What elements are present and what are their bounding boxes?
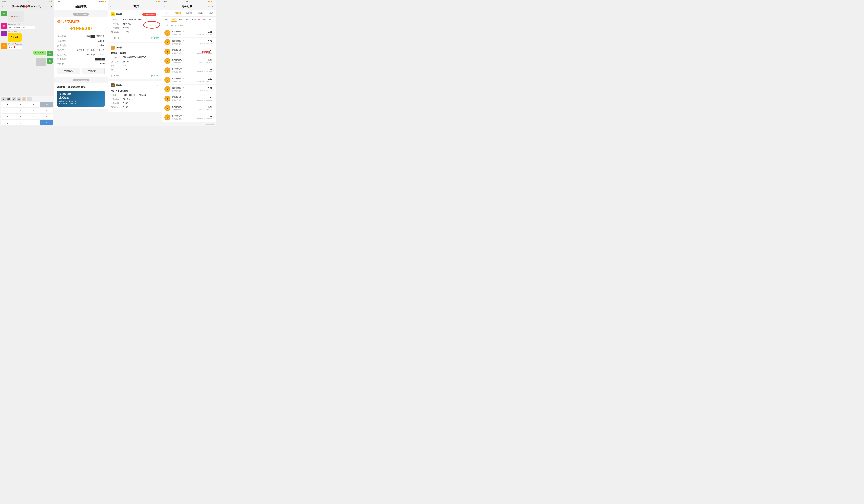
table-row[interactable]: 💰 预结算分红 ? 团队成员订单 0.29 2024-10-27 16:46:1… (162, 75, 216, 84)
notif-badge-1: 🟢 999条新通知 (142, 13, 156, 16)
commission-sub: 团队成员订单 (172, 71, 197, 73)
filter-today[interactable]: 今天 (171, 18, 177, 22)
keyboard-icon[interactable]: ⌨ (7, 97, 11, 101)
coin-icon: 💰 (165, 30, 170, 36)
key-enter[interactable]: ↩ (40, 120, 52, 125)
transaction-amount: +1999.00 (57, 25, 105, 32)
commission-amount: 0.29 (197, 115, 212, 118)
table-row[interactable]: 💰 预结算分红 ? 团队成员订单 0.29 2024-10-27 16:59:3… (162, 56, 216, 65)
table-row[interactable]: 💰 预结算分红 ? 团队成员订单 0.29 2024-10-27 16:35:0… (162, 113, 216, 122)
commission-right: 0.24 2024-10-27 17:12:10 (197, 40, 212, 45)
key-comma[interactable]: , (14, 120, 27, 125)
more-icon-1[interactable]: ··· (50, 5, 52, 8)
filter-30days[interactable]: 30天 (191, 18, 197, 21)
filter-yesterday[interactable]: 昨天 (178, 18, 184, 21)
key-0[interactable]: 0 (27, 120, 40, 125)
list-item: 兰 兰兰+2349545 日进斗金 (1, 31, 52, 41)
msg-content: 是王小姐呀🔥2904238 厉害了🌹 (8, 43, 22, 49)
promo-title: 稳收益，试试金穗银利多 (57, 85, 105, 89)
key-4[interactable]: 4 (14, 108, 27, 113)
tab-pending[interactable]: 待结算 (184, 10, 194, 16)
battery-4: 📶🔋 23 (208, 1, 214, 2)
key-plus[interactable]: + (1, 101, 14, 107)
date-badge-2: 2024.09.19 09:13 (73, 79, 88, 81)
more-icon-notif-3[interactable]: ··· (157, 84, 159, 87)
question-icon: ? (183, 59, 184, 61)
more-icon-4[interactable]: ··· (208, 5, 210, 8)
tab-lost[interactable]: 已流失 (205, 10, 216, 16)
notif-title: 通知 (113, 4, 159, 8)
table-row[interactable]: 💰 预结算分红 ? 团队成员订单 0.31 2024-10-27 16:49:5… (162, 66, 216, 75)
commission-info: 预结算分红 ? 团队成员订单 (172, 105, 197, 111)
input-mode-icon[interactable]: ⊕ (1, 97, 5, 101)
calendar-icon[interactable]: 📅 (198, 19, 200, 21)
commission-sub: 团队成员订单 (172, 52, 197, 55)
chevron-right-icon: › (213, 51, 214, 53)
key-at[interactable]: @ (1, 120, 14, 125)
source-name-1: 发一件 (114, 37, 119, 39)
bank-btn-1[interactable]: 农银快e宝 (57, 68, 80, 74)
msg-content: 媛媛978663@允叱发一件 媛媛978663@允叱发一件 (8, 23, 36, 29)
tab-settled[interactable]: 已结算 (194, 10, 205, 16)
commission-amount: 0.24 (197, 40, 212, 43)
filter-dividend[interactable]: 分红 (208, 18, 214, 21)
table-row[interactable]: 💰 预结算分红 ? 团队成员订单 0.31 2024-10-27 17:15:4… (162, 28, 216, 37)
commission-date: 2024-10-27 16:38:42 (197, 90, 212, 92)
more-icon-notif-2[interactable]: ··· (157, 47, 159, 49)
key-slash[interactable]: / (1, 113, 14, 119)
cursor-icon[interactable]: ◁▷ (17, 97, 21, 101)
key-6[interactable]: 6 (40, 108, 52, 113)
record-icon[interactable]: ⊙ (212, 5, 214, 8)
wechat-header: ‹ 发一件精英群🔴互加(342) 🔍 ··· (0, 3, 54, 9)
chevron-right-icon: › (213, 107, 214, 109)
question-icon: ? (183, 49, 184, 51)
table-row[interactable]: 💰 预结算分红 ? 团队成员订单 0.29 2024-10-27 16:36:5… (162, 94, 216, 103)
mini-prog-1[interactable]: 🔗 小程序 (151, 37, 159, 39)
date-badge: 2024.10.17 11:04 (73, 13, 88, 16)
tab-pre-settlement[interactable]: 预结算 (173, 10, 184, 16)
bank-btn-2[interactable]: 农银时时付 (82, 68, 105, 74)
panel-bank: 11:05 WiFi 📶🔋 ‹ 提醒事项 2024.10.17 11:04 借记… (54, 0, 108, 126)
tab-all[interactable]: 全部 (162, 10, 173, 16)
more-icon-notif[interactable]: ··· (157, 13, 159, 16)
notif-app-1: 🐝 蜂速寄 (111, 12, 122, 16)
table-row[interactable]: 💰 预结算分红 ? 团队成员订单 0.29 2024-10-27 17:11:2… (162, 47, 216, 56)
key-8[interactable]: 8 (27, 113, 40, 119)
table-row[interactable]: 💰 预结算分红 ? 团队成员订单 0.24 2024-10-27 17:12:1… (162, 38, 216, 47)
notif-row: 订单标签 预计分红 (111, 98, 159, 101)
emoji-icon[interactable]: 🙂 (22, 97, 26, 101)
key-1[interactable]: 1 (14, 101, 27, 107)
key-backspace[interactable]: ⌫ (40, 101, 52, 107)
bank-row: 交易卡号 尾号 ███ 行借记卡 (57, 35, 105, 38)
bank-content: 2024.10.17 11:04 借记卡交易成功 +1999.00 交易卡号 尾… (54, 10, 108, 126)
table-row[interactable]: 💰 预结算分红 ? 团队成员订单 0.31 2024-10-27 16:38:4… (162, 85, 216, 94)
key-2[interactable]: 2 (27, 101, 40, 107)
msg-image (36, 58, 46, 66)
notif-row: 订单号 E20240912084153833 (111, 19, 159, 21)
chat-messages: G ¥2000 ¥1999 ¥1 媛 媛媛978663@允叱发一件 媛媛9786… (0, 9, 54, 96)
chevron-right-icon: › (213, 69, 214, 72)
notif-row: 订单号 E20240912084245916045 (111, 56, 159, 59)
mic-icon[interactable]: 🎤 (12, 97, 16, 101)
filter-commission[interactable]: 佣金 (201, 18, 207, 21)
key-5[interactable]: 5 (27, 108, 40, 113)
avatar: G (1, 11, 7, 16)
key-minus[interactable]: - (1, 108, 14, 113)
notif-section-title-3: 用户下单成功通知 (111, 89, 159, 93)
key-7[interactable]: 7 (14, 113, 27, 119)
key-9[interactable]: 9 (40, 113, 52, 119)
bank-header: ‹ 提醒事项 (54, 3, 108, 10)
question-icon: ? (183, 40, 184, 42)
commission-type: 预结算分红 ? (172, 87, 197, 89)
filter-7days[interactable]: 7天 (184, 18, 190, 21)
msg-content: 牛，提现 2000 (33, 51, 46, 55)
back-icon-3[interactable]: ‹ (110, 4, 111, 8)
more-icon[interactable]: ≡ (27, 97, 32, 101)
mini-prog-2[interactable]: 🔗 小程序 (151, 74, 159, 77)
list-item: 媛 媛媛978663@允叱发一件 媛媛978663@允叱发一件 (1, 23, 52, 29)
commission-amount: 0.31 (197, 31, 212, 33)
network-2: WiFi 📶🔋 (99, 1, 106, 2)
commission-right: 0.31 2024-10-27 16:38:42 (197, 87, 212, 92)
table-row[interactable]: 💰 预结算分红 ? 团队成员订单 0.29 2024-10-27 16:36:2… (162, 104, 216, 112)
notif-header-2: 🔗 发一件 ··· (111, 46, 159, 50)
